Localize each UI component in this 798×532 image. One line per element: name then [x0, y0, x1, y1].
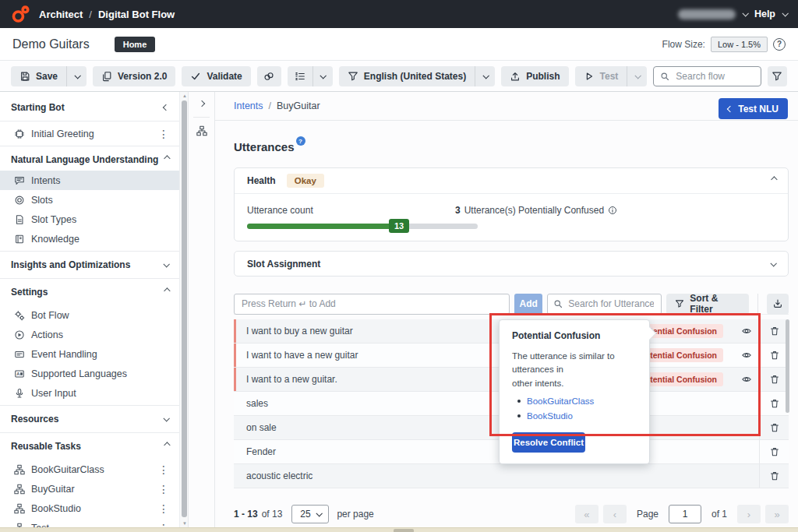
sidebar-section-insights[interactable]: Insights and Optimizations — [0, 254, 179, 276]
sidebar-item-supported-languages[interactable]: A Supported Languages — [0, 364, 179, 383]
trash-icon — [769, 398, 780, 409]
sidebar-item-user-input[interactable]: User Input — [0, 383, 179, 403]
sidebar-item-slots[interactable]: Slots — [0, 190, 179, 210]
validate-button[interactable]: Validate — [182, 66, 250, 86]
sidebar-section-nlu[interactable]: Natural Language Understanding — [0, 149, 179, 171]
link-button[interactable] — [257, 66, 281, 86]
sidebar-section-reusable-tasks[interactable]: Reusable Tasks — [0, 435, 179, 457]
sidebar-item-task[interactable]: Test ⋮ — [0, 518, 179, 527]
save-menu-button[interactable] — [66, 66, 87, 86]
sidebar-item-task[interactable]: BookStudio ⋮ — [0, 499, 179, 518]
scrollbar-thumb[interactable] — [182, 100, 187, 517]
next-page-button[interactable]: › — [737, 505, 761, 523]
import-utterances-button[interactable] — [767, 294, 789, 315]
language-selector[interactable]: English (United States) — [339, 66, 475, 86]
list-item: BookGuitarClass — [517, 394, 637, 409]
sidebar-section-settings[interactable]: Settings — [0, 281, 179, 303]
kebab-menu-icon[interactable]: ⋮ — [158, 129, 169, 139]
sidebar-section-resources[interactable]: Resources — [0, 408, 179, 430]
health-panel-header[interactable]: Health Okay — [235, 168, 788, 194]
utterance-text[interactable]: acoustic electric — [246, 470, 759, 481]
language-menu-button[interactable] — [475, 66, 495, 86]
pagination-bar: 1 - 13 of 13 25 per page « ‹ Page of 1 ›… — [234, 503, 789, 525]
sidebar-scrollbar[interactable]: ▲ ▼ — [179, 92, 189, 527]
kebab-menu-icon[interactable]: ⋮ — [158, 503, 169, 514]
delete-utterance-button[interactable] — [759, 368, 789, 391]
list-view-button[interactable] — [288, 66, 312, 86]
help-menu-chevron-icon[interactable] — [782, 10, 788, 16]
sidebar-section-starting-bot[interactable]: Starting Bot — [0, 97, 179, 118]
panel-rail — [189, 92, 215, 527]
add-utterance-input[interactable] — [234, 294, 510, 315]
divider — [0, 278, 179, 279]
test-button[interactable]: Test — [575, 66, 627, 86]
save-button[interactable]: Save — [11, 66, 66, 86]
kebab-menu-icon[interactable]: ⋮ — [158, 484, 169, 495]
search-icon — [553, 299, 563, 308]
meter-fill — [247, 224, 399, 229]
resolve-conflict-button[interactable]: Resolve Conflict — [512, 432, 585, 453]
test-button-label: Test — [600, 71, 619, 82]
chevron-up-icon[interactable] — [771, 176, 777, 182]
last-page-button[interactable]: » — [765, 505, 789, 523]
toolbar-filter-button[interactable] — [768, 66, 787, 86]
sidebar-item-event-handling[interactable]: Event Handling — [0, 344, 179, 364]
home-badge[interactable]: Home — [115, 37, 156, 52]
sidebar-item-slot-types[interactable]: Slot Types — [0, 210, 179, 229]
utterance-row[interactable]: acoustic electric — [234, 464, 789, 488]
language-selector-label: English (United States) — [364, 71, 466, 82]
view-confusion-button[interactable] — [734, 326, 759, 336]
test-menu-button[interactable] — [627, 66, 647, 86]
first-page-button[interactable]: « — [575, 505, 598, 523]
sidebar-item-bot-flow[interactable]: Bot Flow — [0, 305, 179, 325]
delete-utterance-button[interactable] — [759, 464, 789, 488]
page-number-input[interactable] — [669, 505, 701, 523]
test-nlu-button[interactable]: Test NLU — [719, 98, 788, 119]
kebab-menu-icon[interactable]: ⋮ — [158, 464, 169, 475]
search-flow-input[interactable] — [674, 70, 754, 83]
divider — [757, 294, 758, 315]
version-button[interactable]: Version 2.0 — [93, 66, 175, 86]
prev-page-button[interactable]: ‹ — [603, 505, 627, 523]
expand-panel-button[interactable] — [189, 92, 214, 115]
help-menu[interactable]: Help — [754, 9, 775, 19]
sidebar-item-task[interactable]: BuyGuitar ⋮ — [0, 479, 179, 499]
add-utterance-button[interactable]: Add — [514, 294, 542, 315]
list-view-menu-button[interactable] — [312, 66, 333, 86]
sidebar-item-intents[interactable]: Intents — [0, 171, 179, 190]
sidebar-item-task[interactable]: BookGuitarClass ⋮ — [0, 460, 179, 479]
delete-utterance-button[interactable] — [759, 392, 789, 415]
search-flow-box[interactable] — [653, 66, 761, 86]
flow-size-help-icon[interactable]: ? — [773, 38, 786, 51]
utterances-help-icon[interactable]: ? — [296, 136, 305, 146]
view-confusion-button[interactable] — [734, 374, 759, 385]
sidebar-item-initial-greeting[interactable]: Initial Greeting ⋮ — [0, 124, 179, 143]
sort-filter-button[interactable]: Sort & Filter — [666, 294, 748, 315]
slot-assignment-panel[interactable]: Slot Assignment — [234, 251, 789, 277]
search-utterance-box[interactable] — [547, 294, 662, 315]
user-menu-chevron-icon[interactable] — [742, 10, 748, 16]
delete-utterance-button[interactable] — [759, 416, 789, 439]
sidebar-item-knowledge[interactable]: Knowledge — [0, 229, 179, 248]
page-size-select[interactable]: 25 — [291, 505, 329, 523]
flow-icon — [14, 484, 25, 495]
flow-icon — [14, 464, 25, 475]
chevron-right-icon — [198, 100, 204, 107]
delete-utterance-button[interactable] — [759, 440, 789, 463]
flow-view-button[interactable] — [189, 119, 214, 143]
initial-greeting-label: Initial Greeting — [31, 129, 94, 139]
sidebar-item-actions[interactable]: Actions — [0, 325, 179, 344]
chevron-down-icon[interactable] — [770, 260, 776, 266]
intent-link[interactable]: BookGuitarClass — [527, 396, 594, 406]
search-utterance-input[interactable] — [567, 298, 655, 310]
delete-utterance-button[interactable] — [759, 319, 789, 343]
table-scrollbar-thumb[interactable] — [786, 319, 789, 413]
publish-button[interactable]: Publish — [501, 66, 568, 86]
user-input-label: User Input — [31, 388, 76, 399]
user-menu-name-redacted[interactable] — [678, 9, 736, 19]
delete-utterance-button[interactable] — [759, 344, 789, 367]
info-icon[interactable] — [608, 206, 617, 215]
intent-link[interactable]: BookStudio — [527, 411, 573, 421]
view-confusion-button[interactable] — [734, 350, 759, 361]
breadcrumb-intents-link[interactable]: Intents — [234, 100, 263, 111]
